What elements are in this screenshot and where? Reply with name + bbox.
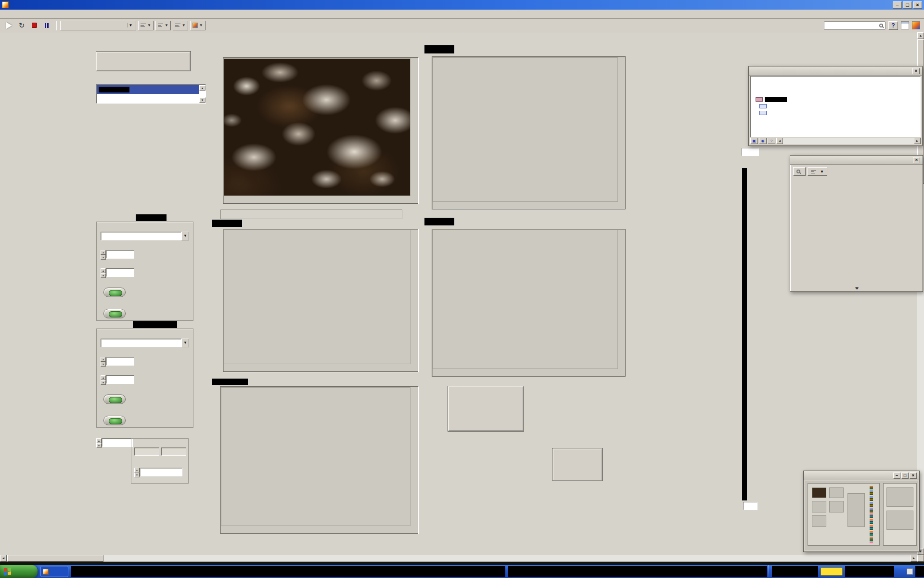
- y-step-value[interactable]: [161, 447, 186, 456]
- raw-image-display: [223, 57, 418, 204]
- labview-logo-icon: [912, 21, 920, 29]
- range-toggle[interactable]: [103, 288, 126, 297]
- unit-field[interactable]: ▲▼: [134, 468, 182, 476]
- context-help-window: × ▣ ◉ ? ◄ ►: [748, 66, 923, 146]
- run-button[interactable]: [4, 20, 14, 31]
- measurement-parameter-dropdown[interactable]: ▼: [101, 339, 189, 347]
- redacted-taskbar-items: [71, 566, 505, 577]
- close-icon[interactable]: ×: [913, 157, 920, 163]
- chevron-down-icon[interactable]: ▼: [181, 339, 189, 347]
- scale-cluster: ▲▼: [131, 438, 189, 484]
- x-step-value[interactable]: [134, 447, 159, 456]
- palette-customize-button[interactable]: ▼: [808, 167, 827, 176]
- measurement-parameter-dropdown[interactable]: ▼: [101, 232, 189, 240]
- navigation-titlebar[interactable]: – □ ×: [804, 471, 919, 480]
- range-lower-field[interactable]: ▲▼: [101, 357, 134, 366]
- taskbar-app-labview[interactable]: [40, 566, 68, 577]
- minimize-icon[interactable]: –: [893, 473, 900, 479]
- stop-button[interactable]: [552, 448, 603, 481]
- range-upper-field[interactable]: ▲▼: [101, 268, 134, 277]
- redacted-filename: [99, 87, 129, 92]
- int32-icon: [759, 104, 767, 108]
- numeric-spinner[interactable]: ▲▼: [134, 468, 140, 476]
- numeric-spinner[interactable]: ▲▼: [101, 357, 106, 366]
- search-input[interactable]: [824, 21, 886, 30]
- vertical-slider-max-field[interactable]: [742, 148, 759, 156]
- settings-files-listbox[interactable]: ▲ ▼: [96, 84, 206, 104]
- chevron-down-icon[interactable]: ▼: [181, 232, 189, 240]
- navigation-viewport[interactable]: [883, 483, 917, 546]
- chevron-down-icon[interactable]: ▼: [127, 23, 134, 27]
- redacted-tray-items: [845, 566, 894, 577]
- controls-palette-window: × ▼ ▾▾: [790, 155, 923, 292]
- start-button[interactable]: [0, 565, 38, 578]
- close-icon[interactable]: ×: [912, 68, 920, 74]
- measurement-type-toggle[interactable]: [103, 416, 126, 425]
- scroll-left-button[interactable]: ◄: [0, 555, 7, 562]
- bildbreite-value[interactable]: [102, 438, 133, 447]
- close-button[interactable]: ×: [913, 1, 922, 9]
- bildbreite-field[interactable]: ▲▼: [96, 438, 133, 447]
- show-optional-terminals-button[interactable]: ▣: [750, 138, 758, 144]
- scroll-right-button[interactable]: ►: [911, 555, 917, 562]
- tray-icon[interactable]: [907, 568, 913, 575]
- settings-file-item[interactable]: [97, 94, 199, 103]
- close-icon[interactable]: ×: [910, 473, 917, 479]
- settings-file-selected[interactable]: [97, 85, 199, 94]
- navigation-map[interactable]: [805, 481, 918, 550]
- font-selector[interactable]: ▼: [60, 21, 136, 30]
- maximize-button[interactable]: □: [903, 1, 912, 9]
- rock-sample-image: [224, 59, 410, 196]
- resize-objects-dropdown[interactable]: ▼: [173, 21, 188, 30]
- range-upper-field[interactable]: ▲▼: [101, 375, 134, 384]
- numeric-spinner[interactable]: ▲▼: [101, 375, 106, 384]
- starting-threshold-button[interactable]: [96, 52, 191, 71]
- palette-search-button[interactable]: [793, 167, 806, 176]
- pause-button[interactable]: [41, 20, 52, 31]
- next-image-button[interactable]: [448, 386, 524, 431]
- measurement-parameter-value: [101, 339, 181, 347]
- scrollbar-corner: [917, 555, 924, 562]
- range-lower-value[interactable]: [106, 250, 134, 259]
- vertical-slider-value-field[interactable]: [743, 502, 757, 510]
- unit-value[interactable]: [140, 468, 182, 476]
- context-help-titlebar[interactable]: ×: [749, 66, 922, 76]
- numeric-spinner[interactable]: ▲▼: [101, 250, 106, 259]
- image-info-bar: [220, 210, 402, 219]
- context-help-scrollbar[interactable]: ◄ ►: [776, 138, 921, 144]
- numeric-spinner[interactable]: ▲▼: [101, 268, 106, 277]
- scroll-right-button[interactable]: ►: [914, 138, 921, 144]
- range-upper-value[interactable]: [106, 268, 134, 277]
- help-button[interactable]: ?: [888, 21, 898, 30]
- listbox-up-button[interactable]: ▲: [199, 85, 205, 91]
- detailed-help-button[interactable]: ?: [768, 138, 775, 144]
- maximize-icon[interactable]: □: [901, 473, 909, 479]
- abort-button[interactable]: [29, 20, 39, 31]
- raw-image-content[interactable]: [224, 58, 411, 196]
- redacted-taskbar-items: [508, 566, 767, 577]
- scrollbar-thumb[interactable]: [7, 555, 103, 562]
- align-objects-dropdown[interactable]: ▼: [138, 21, 154, 30]
- scroll-up-button[interactable]: ▲: [917, 32, 924, 39]
- reorder-dropdown[interactable]: ▼: [190, 21, 205, 30]
- measurement-type-toggle[interactable]: [103, 309, 126, 318]
- listbox-down-button[interactable]: ▼: [199, 97, 205, 103]
- distribute-objects-dropdown[interactable]: ▼: [155, 21, 171, 30]
- run-continuous-button[interactable]: ↻: [16, 20, 27, 31]
- controls-titlebar[interactable]: ×: [790, 156, 923, 165]
- panel-horizontal-scrollbar[interactable]: ◄ ►: [0, 555, 924, 562]
- lock-help-button[interactable]: ◉: [759, 138, 767, 144]
- scroll-left-button[interactable]: ◄: [776, 138, 783, 144]
- numeric-spinner[interactable]: ▲▼: [96, 438, 102, 447]
- minimize-button[interactable]: –: [893, 1, 902, 9]
- distribute-icon: [158, 23, 163, 28]
- range-upper-value[interactable]: [106, 375, 134, 384]
- menubar-items: [0, 10, 924, 19]
- range-lower-field[interactable]: ▲▼: [101, 250, 134, 259]
- vertical-slider[interactable]: [742, 168, 747, 500]
- range-lower-value[interactable]: [106, 357, 134, 366]
- range-toggle[interactable]: [103, 394, 126, 404]
- image-display-5-content: [221, 387, 411, 526]
- image-display-2-content: [433, 57, 618, 202]
- palette-expand-chevron[interactable]: ▾▾: [790, 286, 923, 290]
